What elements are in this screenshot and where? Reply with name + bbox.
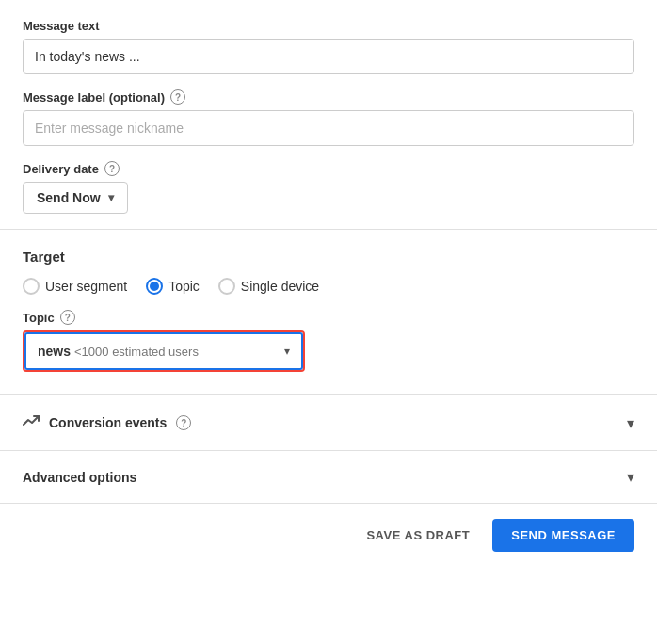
send-message-button[interactable]: SEND MESSAGE: [492, 519, 634, 552]
radio-topic-label: Topic: [168, 279, 200, 294]
conversion-events-section[interactable]: Conversion events ? ▾: [0, 395, 657, 451]
radio-option-topic[interactable]: Topic: [146, 278, 200, 295]
message-label-input[interactable]: [23, 110, 634, 146]
radio-single-device-icon: [218, 278, 235, 295]
conversion-events-left: Conversion events ?: [23, 412, 191, 433]
target-radio-group: User segment Topic Single device: [23, 278, 634, 295]
message-label-label: Message label (optional) ?: [23, 89, 634, 105]
conversion-events-help-icon[interactable]: ?: [176, 415, 191, 430]
advanced-options-section[interactable]: Advanced options ▾: [0, 451, 657, 504]
topic-value-sub: <1000 estimated users: [74, 345, 199, 359]
message-label-help-icon[interactable]: ?: [170, 89, 185, 105]
advanced-options-left: Advanced options: [23, 470, 136, 485]
delivery-dropdown-arrow-icon: ▾: [108, 191, 114, 204]
delivery-date-help-icon[interactable]: ?: [104, 161, 120, 176]
topic-dropdown-arrow-icon: ▾: [284, 345, 290, 358]
message-text-input[interactable]: [23, 39, 634, 74]
footer: SAVE AS DRAFT SEND MESSAGE: [0, 504, 657, 567]
topic-field-group: Topic ? news <1000 estimated users ▾: [23, 310, 634, 372]
radio-user-segment-label: User segment: [45, 279, 127, 294]
topic-value-bold: news: [38, 344, 71, 359]
radio-topic-icon: [146, 278, 163, 295]
radio-option-user-segment[interactable]: User segment: [23, 278, 127, 295]
topic-help-icon[interactable]: ?: [60, 310, 75, 325]
radio-single-device-label: Single device: [241, 279, 319, 294]
topic-value: news <1000 estimated users: [38, 344, 199, 359]
radio-option-single-device[interactable]: Single device: [218, 278, 319, 295]
advanced-options-title: Advanced options: [23, 470, 136, 485]
radio-user-segment-icon: [23, 278, 40, 295]
conversion-events-chevron-icon: ▾: [627, 414, 634, 432]
delivery-date-label: Delivery date ?: [23, 161, 634, 176]
save-draft-button[interactable]: SAVE AS DRAFT: [355, 521, 481, 550]
delivery-date-dropdown[interactable]: Send Now ▾: [23, 182, 128, 214]
message-label-group: Message label (optional) ?: [23, 89, 634, 146]
main-content: Message text Message label (optional) ? …: [0, 0, 657, 230]
message-text-group: Message text: [23, 19, 634, 74]
topic-field-label: Topic ?: [23, 310, 634, 325]
delivery-date-group: Delivery date ? Send Now ▾: [23, 161, 634, 214]
target-section-title: Target: [23, 249, 634, 265]
target-section: Target User segment Topic Single device …: [0, 230, 657, 395]
conversion-events-title: Conversion events: [49, 415, 167, 430]
topic-dropdown[interactable]: news <1000 estimated users ▾: [24, 332, 303, 370]
advanced-options-chevron-icon: ▾: [627, 468, 634, 486]
message-text-label: Message text: [23, 19, 634, 33]
topic-dropdown-wrapper: news <1000 estimated users ▾: [23, 330, 305, 372]
conversion-events-icon: [23, 412, 40, 433]
